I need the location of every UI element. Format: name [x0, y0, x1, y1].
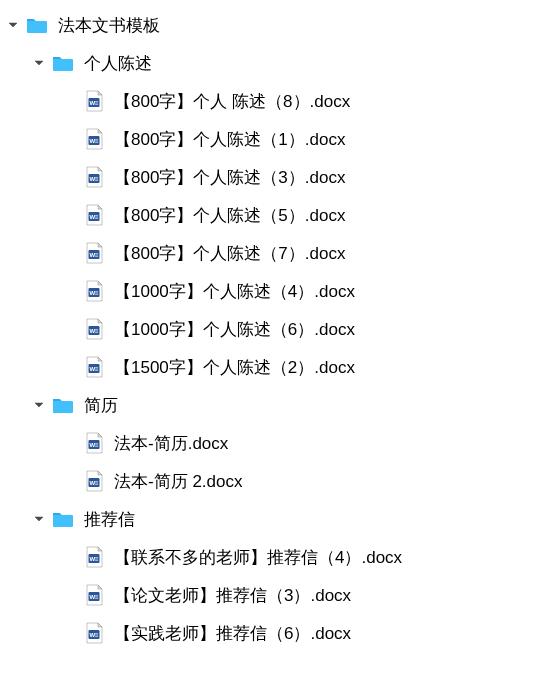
svg-text:W≡: W≡ [89, 138, 99, 144]
word-doc-icon: W≡ [84, 584, 104, 606]
folder-icon [26, 16, 48, 34]
word-doc-icon: W≡ [84, 546, 104, 568]
folder-row[interactable]: 推荐信 [0, 500, 560, 538]
file-row[interactable]: W≡ 【联系不多的老师】推荐信（4）.docx [0, 538, 560, 576]
file-row[interactable]: W≡ 【800字】个人陈述（7）.docx [0, 234, 560, 272]
file-label: 【800字】个人陈述（7）.docx [114, 242, 345, 265]
word-doc-icon: W≡ [84, 318, 104, 340]
svg-text:W≡: W≡ [89, 252, 99, 258]
file-row[interactable]: W≡ 【800字】个人 陈述（8）.docx [0, 82, 560, 120]
file-label: 【800字】个人陈述（5）.docx [114, 204, 345, 227]
folder-icon [52, 54, 74, 72]
folder-label: 简历 [84, 394, 118, 417]
folder-label: 个人陈述 [84, 52, 152, 75]
word-doc-icon: W≡ [84, 242, 104, 264]
file-row[interactable]: W≡ 【实践老师】推荐信（6）.docx [0, 614, 560, 652]
file-row[interactable]: W≡ 【1000字】个人陈述（6）.docx [0, 310, 560, 348]
svg-text:W≡: W≡ [89, 594, 99, 600]
file-row[interactable]: W≡ 法本-简历 2.docx [0, 462, 560, 500]
word-doc-icon: W≡ [84, 622, 104, 644]
folder-row-root[interactable]: 法本文书模板 [0, 6, 560, 44]
word-doc-icon: W≡ [84, 166, 104, 188]
folder-label: 法本文书模板 [58, 14, 160, 37]
file-label: 【论文老师】推荐信（3）.docx [114, 584, 351, 607]
file-label: 法本-简历 2.docx [114, 470, 242, 493]
svg-text:W≡: W≡ [89, 632, 99, 638]
word-doc-icon: W≡ [84, 470, 104, 492]
folder-label: 推荐信 [84, 508, 135, 531]
word-doc-icon: W≡ [84, 128, 104, 150]
svg-text:W≡: W≡ [89, 100, 99, 106]
file-label: 【实践老师】推荐信（6）.docx [114, 622, 351, 645]
folder-icon [52, 510, 74, 528]
chevron-down-icon[interactable] [6, 18, 20, 32]
file-row[interactable]: W≡ 【800字】个人陈述（5）.docx [0, 196, 560, 234]
svg-text:W≡: W≡ [89, 328, 99, 334]
file-row[interactable]: W≡ 【800字】个人陈述（1）.docx [0, 120, 560, 158]
svg-text:W≡: W≡ [89, 176, 99, 182]
file-row[interactable]: W≡ 法本-简历.docx [0, 424, 560, 462]
folder-icon [52, 396, 74, 414]
svg-text:W≡: W≡ [89, 480, 99, 486]
folder-row[interactable]: 简历 [0, 386, 560, 424]
file-row[interactable]: W≡ 【1500字】个人陈述（2）.docx [0, 348, 560, 386]
word-doc-icon: W≡ [84, 204, 104, 226]
svg-text:W≡: W≡ [89, 290, 99, 296]
word-doc-icon: W≡ [84, 280, 104, 302]
svg-text:W≡: W≡ [89, 442, 99, 448]
file-label: 法本-简历.docx [114, 432, 228, 455]
file-label: 【联系不多的老师】推荐信（4）.docx [114, 546, 402, 569]
file-label: 【1500字】个人陈述（2）.docx [114, 356, 355, 379]
chevron-down-icon[interactable] [32, 398, 46, 412]
file-label: 【800字】个人陈述（1）.docx [114, 128, 345, 151]
word-doc-icon: W≡ [84, 356, 104, 378]
word-doc-icon: W≡ [84, 90, 104, 112]
svg-text:W≡: W≡ [89, 556, 99, 562]
folder-row[interactable]: 个人陈述 [0, 44, 560, 82]
chevron-down-icon[interactable] [32, 56, 46, 70]
file-label: 【1000字】个人陈述（4）.docx [114, 280, 355, 303]
file-row[interactable]: W≡ 【800字】个人陈述（3）.docx [0, 158, 560, 196]
file-row[interactable]: W≡ 【1000字】个人陈述（4）.docx [0, 272, 560, 310]
file-row[interactable]: W≡ 【论文老师】推荐信（3）.docx [0, 576, 560, 614]
word-doc-icon: W≡ [84, 432, 104, 454]
file-label: 【800字】个人陈述（3）.docx [114, 166, 345, 189]
svg-text:W≡: W≡ [89, 366, 99, 372]
svg-text:W≡: W≡ [89, 214, 99, 220]
file-label: 【1000字】个人陈述（6）.docx [114, 318, 355, 341]
file-label: 【800字】个人 陈述（8）.docx [114, 90, 350, 113]
chevron-down-icon[interactable] [32, 512, 46, 526]
